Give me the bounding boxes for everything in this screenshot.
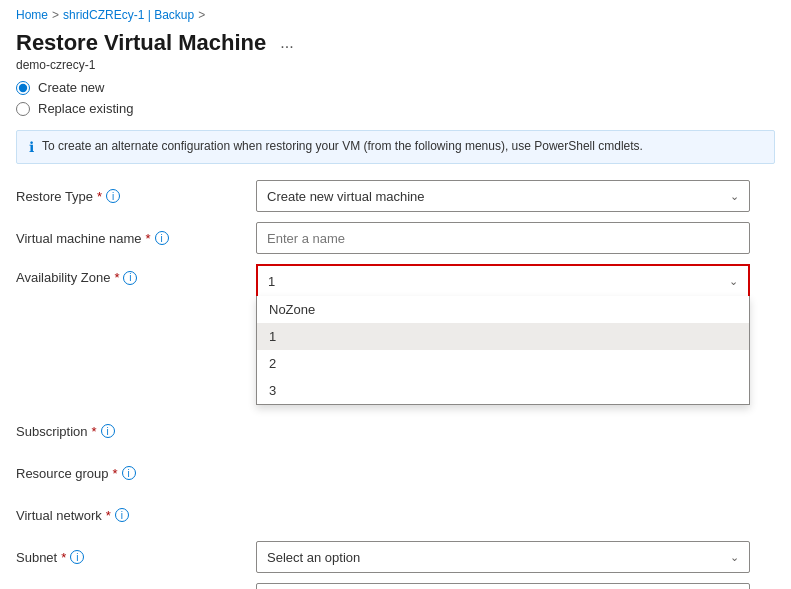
info-banner: ℹ To create an alternate configuration w… (16, 130, 775, 164)
breadcrumb-home[interactable]: Home (16, 8, 48, 22)
replace-existing-radio-item[interactable]: Replace existing (16, 101, 775, 116)
resource-subtitle: demo-czrecy-1 (0, 58, 791, 76)
subscription-row: Subscription * i (16, 415, 775, 447)
vm-name-info-icon[interactable]: i (155, 231, 169, 245)
vm-name-input[interactable] (256, 222, 750, 254)
resource-group-info-icon[interactable]: i (122, 466, 136, 480)
subnet-row: Subnet * i Select an option ⌄ (16, 541, 775, 573)
avail-zone-chevron-icon: ⌄ (729, 275, 738, 288)
form-area: Restore Type * i Create new virtual mach… (0, 172, 791, 589)
restore-type-value: Create new virtual machine (267, 189, 425, 204)
resource-group-required: * (113, 466, 118, 481)
restore-type-control: Create new virtual machine ⌄ (256, 180, 750, 212)
subnet-info-icon[interactable]: i (70, 550, 84, 564)
resource-group-row: Resource group * i (16, 457, 775, 489)
subnet-control: Select an option ⌄ (256, 541, 750, 573)
vm-name-row: Virtual machine name * i (16, 222, 775, 254)
virtual-network-label: Virtual network * i (16, 508, 256, 523)
vm-name-control (256, 222, 750, 254)
avail-zone-required: * (114, 270, 119, 285)
info-banner-text: To create an alternate configuration whe… (42, 139, 643, 153)
create-new-radio-item[interactable]: Create new (16, 80, 775, 95)
staging-location-row: Staging Location * i Select an option ⌄ (16, 583, 775, 589)
create-new-radio[interactable] (16, 81, 30, 95)
avail-zone-row: Availability Zone * i 1 ⌄ NoZone 1 2 3 (16, 264, 775, 405)
page-title: Restore Virtual Machine (16, 30, 266, 56)
virtual-network-required: * (106, 508, 111, 523)
subnet-required: * (61, 550, 66, 565)
subnet-chevron-icon: ⌄ (730, 551, 739, 564)
vm-name-label: Virtual machine name * i (16, 231, 256, 246)
ellipsis-button[interactable]: ... (274, 32, 299, 54)
vm-name-required: * (146, 231, 151, 246)
breadcrumb: Home > shridCZREcy-1 | Backup > (0, 0, 791, 26)
page-header: Restore Virtual Machine ... (0, 26, 791, 58)
info-icon: ℹ (29, 139, 34, 155)
avail-zone-dropdown[interactable]: 1 ⌄ (256, 264, 750, 296)
avail-zone-value: 1 (268, 274, 275, 289)
subnet-value: Select an option (267, 550, 360, 565)
avail-zone-label: Availability Zone * i (16, 264, 256, 285)
resource-group-label: Resource group * i (16, 466, 256, 481)
avail-zone-dropdown-list: NoZone 1 2 3 (256, 296, 750, 405)
restore-type-row: Restore Type * i Create new virtual mach… (16, 180, 775, 212)
restore-type-dropdown[interactable]: Create new virtual machine ⌄ (256, 180, 750, 212)
subscription-label: Subscription * i (16, 424, 256, 439)
virtual-network-row: Virtual network * i (16, 499, 775, 531)
subnet-label: Subnet * i (16, 550, 256, 565)
avail-zone-option-3[interactable]: 3 (257, 377, 749, 404)
subnet-dropdown[interactable]: Select an option ⌄ (256, 541, 750, 573)
breadcrumb-resource[interactable]: shridCZREcy-1 | Backup (63, 8, 194, 22)
subscription-required: * (92, 424, 97, 439)
replace-existing-radio[interactable] (16, 102, 30, 116)
avail-zone-info-icon[interactable]: i (123, 271, 137, 285)
create-new-label: Create new (38, 80, 104, 95)
staging-location-dropdown[interactable]: Select an option ⌄ (256, 583, 750, 589)
staging-location-control: Select an option ⌄ (256, 583, 750, 589)
avail-zone-option-1[interactable]: 1 (257, 323, 749, 350)
replace-existing-label: Replace existing (38, 101, 133, 116)
required-indicator: * (97, 189, 102, 204)
avail-zone-option-nozone[interactable]: NoZone (257, 296, 749, 323)
subscription-info-icon[interactable]: i (101, 424, 115, 438)
restore-type-chevron-icon: ⌄ (730, 190, 739, 203)
restore-type-info-icon[interactable]: i (106, 189, 120, 203)
restore-mode-radio-group: Create new Replace existing (0, 76, 791, 122)
virtual-network-info-icon[interactable]: i (115, 508, 129, 522)
avail-zone-option-2[interactable]: 2 (257, 350, 749, 377)
restore-type-label: Restore Type * i (16, 189, 256, 204)
